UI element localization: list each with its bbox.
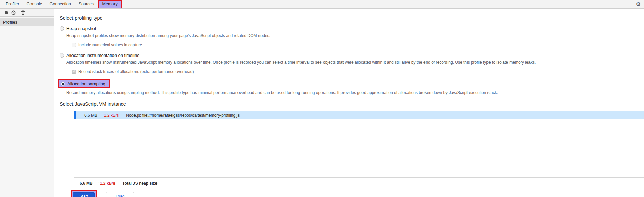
vm-heap-rate: ↑1.2 kB/s — [102, 113, 119, 118]
devtools-window: Profiler Console Connection Sources Memo… — [0, 0, 644, 197]
tab-memory[interactable]: Memory — [98, 0, 122, 8]
load-button[interactable]: Load — [106, 192, 134, 197]
total-heap-label: Total JS heap size — [122, 181, 157, 186]
tab-bar: Profiler Console Connection Sources Memo… — [0, 0, 644, 9]
tab-sources[interactable]: Sources — [75, 0, 98, 8]
sidebar-item-profiles[interactable]: Profiles — [0, 18, 54, 26]
checkbox-include-numerical-values[interactable] — [72, 43, 76, 47]
option-allocation-sampling-annotation[interactable]: Allocation sampling — [58, 79, 110, 88]
action-buttons: Start Load — [71, 190, 644, 197]
total-heap-row: 6.6 MB ↑1.2 kB/s Total JS heap size — [80, 181, 644, 186]
profiling-type-heading: Select profiling type — [60, 15, 644, 21]
option-heap-snapshot[interactable]: Heap snapshot — [60, 26, 644, 31]
checkbox-row-numerical-values[interactable]: Include numerical values in capture — [72, 43, 644, 47]
left-panel: Profiles — [0, 9, 54, 197]
delete-icon[interactable] — [20, 9, 26, 16]
clear-icon[interactable] — [10, 9, 17, 16]
profiler-toolbar — [0, 9, 54, 17]
checkbox-record-stack-traces[interactable] — [72, 70, 76, 74]
option-description: Record memory allocations using sampling… — [66, 90, 644, 95]
tab-profiler[interactable]: Profiler — [2, 0, 23, 8]
start-button-annotation: Start — [71, 190, 97, 197]
checkbox-label: Include numerical values in capture — [78, 43, 142, 47]
record-icon[interactable] — [3, 9, 10, 16]
divider — [632, 2, 632, 7]
total-heap-rate: ↑1.2 kB/s — [98, 181, 115, 186]
tab-connection[interactable]: Connection — [46, 0, 75, 8]
start-button[interactable]: Start — [73, 192, 95, 197]
option-label[interactable]: Allocation sampling — [67, 81, 105, 86]
checkbox-row-stack-traces[interactable]: Record stack traces of allocations (extr… — [72, 69, 644, 74]
radio-allocation-sampling[interactable] — [61, 82, 65, 86]
vm-instance-list[interactable]: 6.6 MB ↑1.2 kB/s Node.js: file:///home/r… — [74, 111, 644, 178]
radio-heap-snapshot[interactable] — [60, 26, 64, 31]
option-label[interactable]: Allocation instrumentation on timeline — [66, 53, 139, 58]
option-allocation-timeline[interactable]: Allocation instrumentation on timeline — [60, 53, 644, 58]
option-description: Heap snapshot profiles show memory distr… — [66, 33, 644, 38]
radio-allocation-timeline[interactable] — [60, 53, 64, 58]
gear-icon[interactable]: ⚙ — [636, 2, 641, 7]
total-heap-size: 6.6 MB — [80, 181, 93, 186]
tabbar-right: ⚙ — [629, 2, 644, 7]
divider — [18, 10, 18, 15]
option-label[interactable]: Heap snapshot — [66, 26, 96, 31]
option-description: Allocation timelines show instrumented J… — [66, 60, 644, 65]
vm-instance-row[interactable]: 6.6 MB ↑1.2 kB/s Node.js: file:///home/r… — [74, 111, 644, 119]
tab-console[interactable]: Console — [23, 0, 46, 8]
vm-heap-size: 6.6 MB — [80, 113, 97, 118]
checkbox-label: Record stack traces of allocations (extr… — [78, 69, 194, 74]
memory-panel: Select profiling type Heap snapshot Heap… — [54, 9, 644, 197]
vm-target-name: Node.js: file:///home/rafaelgss/repos/os… — [126, 113, 240, 118]
vm-instance-heading: Select JavaScript VM instance — [60, 101, 644, 107]
